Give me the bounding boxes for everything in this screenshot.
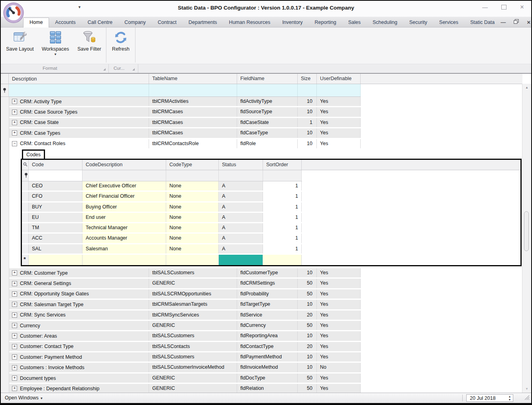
tablename-cell[interactable]: tblSALSCustomerInvoiceMethod — [149, 363, 237, 372]
ribbon-tab[interactable]: Static Data — [464, 18, 501, 27]
codetype-cell[interactable]: None — [166, 223, 219, 232]
description-cell[interactable]: + CRM: Activity Type — [9, 97, 149, 106]
userdefinable-cell[interactable]: Yes — [317, 352, 361, 362]
userdefinable-cell[interactable]: Yes — [317, 342, 361, 351]
expand-icon[interactable]: + — [12, 354, 17, 360]
fieldname-cell[interactable]: fldTargetType — [237, 300, 298, 309]
vertical-scrollbar[interactable]: ▲ ▼ — [522, 84, 531, 393]
ribbon-tab[interactable]: Contract — [152, 18, 183, 27]
fieldname-cell[interactable]: fldSourceType — [237, 107, 298, 116]
sortorder-cell[interactable]: 1 — [263, 234, 302, 243]
tablename-cell[interactable]: tblCRMSyncServices — [149, 311, 237, 320]
resize-grip-icon[interactable] — [524, 395, 530, 402]
description-cell[interactable]: + Customer: Contact Type — [9, 342, 149, 351]
expand-icon[interactable]: + — [12, 376, 17, 381]
codetype-cell[interactable]: None — [166, 244, 219, 254]
table-row[interactable]: + CRM: Sync Services tblCRMSyncServices … — [1, 311, 361, 321]
tablename-cell[interactable]: tblCRMCases — [149, 128, 237, 138]
size-cell[interactable]: 50 — [298, 279, 317, 288]
status-cell[interactable]: A — [219, 213, 263, 222]
expand-icon[interactable]: + — [12, 99, 17, 104]
tablename-cell[interactable]: tblSALSCustomers — [149, 331, 237, 340]
column-header-userdefinable[interactable]: UserDefinable — [317, 74, 361, 84]
codetype-cell[interactable]: None — [166, 181, 219, 191]
expand-icon[interactable]: + — [12, 386, 17, 391]
status-cell[interactable]: A — [219, 223, 263, 232]
ribbon-tab[interactable]: Inventory — [276, 18, 308, 27]
collapse-icon[interactable]: − — [12, 141, 17, 146]
fieldname-cell[interactable]: fldPaymentMethod — [237, 352, 298, 362]
filter-size-input[interactable] — [298, 84, 317, 96]
codedescription-cell[interactable]: Chief Executive Officer — [82, 181, 166, 191]
sortorder-cell[interactable]: 1 — [263, 181, 302, 191]
detail-tab-codes[interactable]: Codes — [22, 149, 45, 160]
filter-tablename-input[interactable] — [149, 84, 237, 96]
sortorder-cell[interactable]: 1 — [263, 192, 302, 201]
size-cell[interactable]: 50 — [298, 321, 317, 330]
tablename-cell[interactable]: GENERIC — [149, 279, 237, 288]
userdefinable-cell[interactable]: No — [317, 363, 361, 372]
size-cell[interactable]: 10 — [298, 139, 317, 148]
tablename-cell[interactable]: GENERIC — [149, 374, 237, 383]
scrollbar-up-icon[interactable]: ▲ — [522, 86, 531, 89]
fieldname-cell[interactable]: fldCaseState — [237, 118, 298, 127]
sortorder-cell[interactable]: 1 — [263, 244, 302, 254]
size-cell[interactable]: 10 — [298, 363, 317, 372]
fieldname-cell[interactable]: fldCustomerType — [237, 268, 298, 277]
description-cell[interactable]: + Employee : Dependant Relationship — [9, 384, 149, 393]
code-cell[interactable]: SAL — [29, 244, 82, 254]
expand-icon[interactable]: + — [12, 130, 17, 136]
table-row[interactable]: + CRM: Opportunity Stage Gates tblSALSCR… — [1, 289, 361, 300]
expand-icon[interactable]: + — [12, 365, 17, 370]
ribbon-tab[interactable]: Human Resources — [223, 18, 277, 27]
description-cell[interactable]: + CRM: Opportunity Stage Gates — [9, 289, 149, 299]
detail-search-icon[interactable] — [22, 160, 29, 170]
table-row[interactable]: + Customer: Contact Type tblSALSContacts… — [1, 342, 361, 352]
table-row[interactable]: + CRM: Customer Type tblSALSCustomers fl… — [1, 268, 361, 279]
codedescription-cell[interactable]: Accounts Manager — [82, 234, 166, 243]
fieldname-cell[interactable]: fldRole — [237, 139, 298, 148]
ribbon-tab[interactable]: Reporting — [309, 18, 342, 27]
expand-icon[interactable]: + — [12, 291, 17, 297]
detail-column-header-codetype[interactable]: CodeType — [166, 160, 219, 170]
userdefinable-cell[interactable]: Yes — [317, 268, 361, 277]
size-cell[interactable]: 10 — [298, 107, 317, 116]
detail-row[interactable]: BUY Buying Officer None A 1 — [22, 202, 302, 213]
column-header-size[interactable]: Size — [298, 74, 317, 84]
detail-column-header-code[interactable]: Code — [29, 160, 82, 170]
mdi-minimize-icon[interactable]: — — [501, 19, 506, 25]
detail-filter-codedescription-input[interactable] — [82, 170, 166, 181]
status-cell[interactable]: A — [219, 244, 263, 254]
codetype-cell[interactable]: None — [166, 192, 219, 201]
save-filter-button[interactable]: Save Filter — [74, 28, 105, 64]
size-cell[interactable]: 10 — [298, 268, 317, 277]
code-cell[interactable]: CFO — [29, 192, 82, 201]
codedescription-cell[interactable]: Technical Manager — [82, 223, 166, 232]
fieldname-cell[interactable]: fldService — [237, 311, 298, 320]
description-cell[interactable]: − CRM: Contact Roles — [9, 139, 149, 148]
fieldname-cell[interactable]: fldCurrency — [237, 321, 298, 330]
userdefinable-cell[interactable]: Yes — [317, 279, 361, 288]
size-cell[interactable]: 10 — [298, 97, 317, 106]
size-cell[interactable]: 10 — [298, 300, 317, 309]
detail-filter-sortorder-input[interactable] — [263, 170, 302, 181]
userdefinable-cell[interactable]: Yes — [317, 118, 361, 127]
expand-icon[interactable]: + — [12, 344, 17, 349]
save-layout-button[interactable]: Save Layout — [3, 28, 37, 64]
new-status-cell-selected[interactable] — [219, 255, 263, 265]
code-cell[interactable]: ACC — [29, 234, 82, 243]
size-cell[interactable]: 50 — [298, 289, 317, 299]
filter-description-input[interactable] — [9, 84, 149, 96]
expand-icon[interactable]: + — [12, 333, 17, 338]
fieldname-cell[interactable]: fldDocType — [237, 374, 298, 383]
table-row[interactable]: + Employee : Dependant Relationship GENE… — [1, 384, 361, 393]
size-cell[interactable]: 1 — [298, 118, 317, 127]
table-row[interactable]: + CRM: Salesman Target Type tblCRMSalesm… — [1, 300, 361, 310]
description-cell[interactable]: + CRM: General Settings — [9, 279, 149, 288]
ribbon-tab[interactable]: Sales — [342, 18, 367, 27]
detail-filter-codetype-input[interactable] — [166, 170, 219, 181]
description-cell[interactable]: + CRM: Case State — [9, 118, 149, 127]
tab-home[interactable]: Home — [23, 18, 49, 28]
new-codedescription-cell[interactable] — [82, 255, 166, 265]
fieldname-cell[interactable]: fldActivityType — [237, 97, 298, 106]
